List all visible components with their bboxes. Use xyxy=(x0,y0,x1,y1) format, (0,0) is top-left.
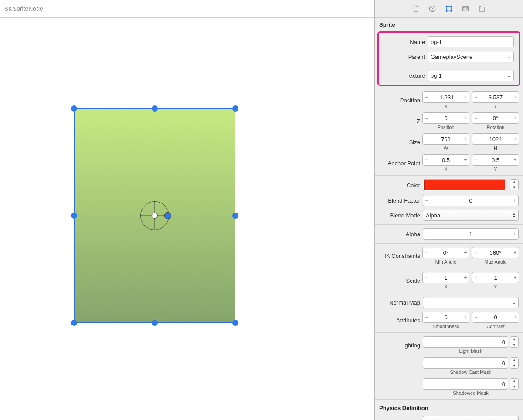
increment-button[interactable]: + xyxy=(462,155,469,165)
library-inspector-icon[interactable] xyxy=(478,5,486,13)
resize-handle-bl[interactable] xyxy=(71,320,77,326)
resize-handle-bm[interactable] xyxy=(152,320,158,326)
z-label: Z xyxy=(379,118,420,125)
decrement-button[interactable]: − xyxy=(472,113,479,123)
resize-handle-ml[interactable] xyxy=(71,213,77,219)
texture-dropdown[interactable]: bg-1 ⌄ xyxy=(428,70,514,81)
inspector-panel: Sprite Name bg-1 Parent GameplayScene ⌄ xyxy=(374,0,523,420)
identity-inspector-icon[interactable] xyxy=(462,5,469,13)
shadowed-mask-stepper[interactable]: ▲ ▼ xyxy=(510,378,519,390)
decrement-button[interactable]: − xyxy=(472,92,479,102)
increment-button[interactable]: + xyxy=(462,272,469,283)
inspector-toolbar xyxy=(375,0,523,18)
increment-button[interactable]: + xyxy=(462,113,469,123)
resize-handle-tl[interactable] xyxy=(71,105,77,112)
caret-up-icon[interactable]: ▲ xyxy=(510,180,518,185)
svg-rect-9 xyxy=(479,7,485,11)
increment-button[interactable]: + xyxy=(512,92,519,102)
position-y-stepper[interactable]: − 3.537 + xyxy=(472,91,519,103)
anchor-y-stepper[interactable]: − 0.5 + xyxy=(472,154,519,166)
help-inspector-icon[interactable] xyxy=(428,5,436,13)
scale-y-stepper[interactable]: − 1 + xyxy=(472,272,519,283)
caret-down-icon[interactable]: ▼ xyxy=(510,342,518,348)
color-swatch[interactable] xyxy=(423,179,506,191)
anchor-x-stepper[interactable]: − 0.5 + xyxy=(422,154,469,166)
position-x-stepper[interactable]: − -1.231 + xyxy=(422,91,469,103)
caret-up-icon: ▲ xyxy=(513,418,516,420)
increment-button[interactable]: + xyxy=(512,155,519,165)
increment-button[interactable]: + xyxy=(462,92,469,102)
contrast-stepper[interactable]: − 0 + xyxy=(472,312,519,323)
shadow-cast-mask-input[interactable]: 0 xyxy=(423,357,508,369)
selected-sprite[interactable] xyxy=(74,108,235,323)
shadow-cast-mask-stepper[interactable]: ▲ ▼ xyxy=(510,357,519,369)
light-mask-input[interactable]: 0 xyxy=(423,336,508,348)
z-rotation-stepper[interactable]: − 0° + xyxy=(472,112,519,124)
size-h-stepper[interactable]: − 1024 + xyxy=(472,133,519,145)
shadowed-mask-input[interactable]: 0 xyxy=(423,378,508,390)
decrement-button[interactable]: − xyxy=(423,229,430,239)
decrement-button[interactable]: − xyxy=(423,92,430,102)
parent-dropdown[interactable]: GameplayScene ⌄ xyxy=(428,51,514,62)
increment-button[interactable]: + xyxy=(512,113,519,123)
resize-handle-tm[interactable] xyxy=(152,105,158,112)
caret-down-icon[interactable]: ▼ xyxy=(510,185,518,190)
smoothness-stepper[interactable]: − 0 + xyxy=(422,312,469,323)
attributes-label: Attributes xyxy=(379,317,420,324)
svg-point-5 xyxy=(446,10,447,12)
increment-button[interactable]: + xyxy=(512,312,519,322)
light-mask-stepper[interactable]: ▲ ▼ xyxy=(510,336,519,348)
increment-button[interactable]: + xyxy=(512,134,519,144)
increment-button[interactable]: + xyxy=(462,134,469,144)
increment-button[interactable]: + xyxy=(512,247,519,258)
ik-min-stepper[interactable]: − 0° + xyxy=(422,247,469,258)
resize-handle-tr[interactable] xyxy=(232,105,238,112)
svg-rect-8 xyxy=(463,7,465,10)
size-w-stepper[interactable]: − 768 + xyxy=(422,133,469,145)
anchor-gizmo[interactable] xyxy=(140,201,169,230)
normal-map-dropdown[interactable]: ⌄ xyxy=(423,297,519,308)
ik-max-stepper[interactable]: − 360° + xyxy=(472,247,519,258)
increment-button[interactable]: + xyxy=(512,272,519,283)
decrement-button[interactable]: − xyxy=(423,134,430,144)
decrement-button[interactable]: − xyxy=(472,134,479,144)
caret-up-icon[interactable]: ▲ xyxy=(510,337,518,342)
decrement-button[interactable]: − xyxy=(423,247,430,258)
chevron-down-icon: ⌄ xyxy=(507,73,511,78)
increment-button[interactable]: + xyxy=(511,195,518,206)
highlighted-fields: Name bg-1 Parent GameplayScene ⌄ xyxy=(377,31,520,86)
attributes-inspector-icon[interactable] xyxy=(445,5,453,13)
decrement-button[interactable]: − xyxy=(472,247,479,258)
canvas[interactable] xyxy=(0,18,374,420)
caret-up-icon: ▲ xyxy=(513,212,516,215)
file-inspector-icon[interactable] xyxy=(412,5,420,13)
increment-button[interactable]: + xyxy=(462,247,469,258)
increment-button[interactable]: + xyxy=(511,229,518,239)
caret-up-icon[interactable]: ▲ xyxy=(510,358,518,363)
z-position-stepper[interactable]: − 0 + xyxy=(422,112,469,124)
caret-up-icon[interactable]: ▲ xyxy=(510,379,518,384)
resize-handle-br[interactable] xyxy=(232,320,238,326)
decrement-button[interactable]: − xyxy=(472,272,479,283)
ik-label: IK Constraints xyxy=(379,253,420,259)
color-stepper[interactable]: ▲ ▼ xyxy=(510,179,519,190)
blend-factor-stepper[interactable]: − 0 + xyxy=(423,195,519,206)
alpha-stepper[interactable]: − 1 + xyxy=(423,228,519,240)
color-value xyxy=(424,180,505,190)
decrement-button[interactable]: − xyxy=(472,155,479,165)
caret-down-icon[interactable]: ▼ xyxy=(510,363,518,369)
decrement-button[interactable]: − xyxy=(423,113,430,123)
blend-factor-label: Blend Factor xyxy=(379,197,420,204)
scale-x-stepper[interactable]: − 1 + xyxy=(422,272,469,283)
blend-mode-select[interactable]: Alpha ▲▼ xyxy=(423,210,519,221)
decrement-button[interactable]: − xyxy=(423,272,430,283)
body-type-select[interactable]: None ▲▼ xyxy=(423,416,519,420)
name-input[interactable]: bg-1 xyxy=(428,36,514,47)
decrement-button[interactable]: − xyxy=(423,312,430,322)
resize-handle-mr[interactable] xyxy=(232,213,238,219)
decrement-button[interactable]: − xyxy=(472,312,479,322)
decrement-button[interactable]: − xyxy=(423,155,430,165)
decrement-button[interactable]: − xyxy=(423,195,430,206)
increment-button[interactable]: + xyxy=(462,312,469,322)
caret-down-icon[interactable]: ▼ xyxy=(510,384,518,390)
